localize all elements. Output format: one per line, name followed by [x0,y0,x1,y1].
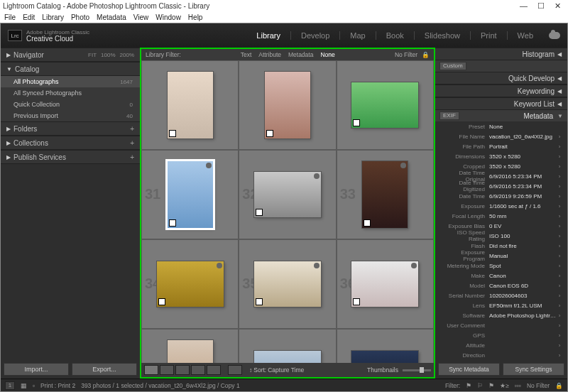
flag-unpicked-icon[interactable]: ⚐ [477,382,483,389]
meta-value[interactable]: 3520 x 5280 [489,153,556,160]
meta-value[interactable]: ISO 100 [489,233,556,239]
arrow-icon[interactable]: › [556,303,563,309]
arrow-icon[interactable]: › [556,332,563,339]
meta-value[interactable]: EF50mm f/1.2L USM [489,303,556,309]
quick-develop-header[interactable]: Quick Develop◀ [435,72,567,85]
catalog-previous-import[interactable]: Previous Import 40 [1,110,140,121]
zoom-100[interactable]: 100% [101,52,115,58]
arrow-icon[interactable]: › [556,352,563,359]
arrow-icon[interactable]: › [556,273,563,279]
meta-value[interactable]: 50 mm [489,213,556,219]
filter-attribute[interactable]: Attribute [258,51,281,58]
flag-rejected-icon[interactable]: ⚑ [488,382,494,389]
lock-icon[interactable]: 🔒 [555,382,563,389]
plus-icon[interactable]: + [130,125,134,133]
arrow-icon[interactable]: › [556,322,563,329]
arrow-icon[interactable]: › [556,143,563,150]
export-button[interactable]: Export... [72,363,137,376]
arrow-icon[interactable]: › [556,183,563,190]
minimize-icon[interactable]: — [520,1,528,11]
meta-value[interactable]: 3520 x 5280 [489,163,556,170]
arrow-icon[interactable]: › [556,263,563,269]
meta-value[interactable]: Adobe Photoshop Lightroom S... [489,312,556,319]
flag-picked-icon[interactable]: ⚑ [466,382,471,389]
sync-settings-button[interactable]: Sync Settings [503,363,564,376]
menu-file[interactable]: File [4,13,16,21]
survey-view-button[interactable] [191,365,205,375]
status-print[interactable]: Print : Print 2 [40,382,75,389]
meta-value[interactable]: 6/9/2016 5:23:34 PM [489,183,556,190]
maximize-icon[interactable]: ☐ [537,1,545,11]
keyword-list-header[interactable]: Keyword List◀ [435,97,567,110]
grid-cell[interactable]: 35 [239,239,336,329]
meta-value[interactable]: 102026004603 [489,293,556,299]
filmstrip-page[interactable]: 1 [5,381,15,390]
arrow-icon[interactable]: › [556,293,563,299]
arrow-icon[interactable]: › [556,223,563,229]
arrow-icon[interactable]: › [556,173,563,180]
arrow-icon[interactable]: › [556,193,563,200]
histogram-header[interactable]: Histogram◀ [435,48,567,60]
grid-cell[interactable] [141,60,239,150]
menu-view[interactable]: View [133,13,149,21]
star-rating-icon[interactable]: ★≥ [500,382,509,389]
keywording-header[interactable]: Keywording◀ [435,85,567,97]
module-map[interactable]: Map [350,31,365,40]
arrow-icon[interactable]: › [556,134,563,140]
grid-cell[interactable]: 32 [239,150,336,239]
grid-view-button[interactable] [144,365,158,375]
module-print[interactable]: Print [481,31,497,40]
grid-view[interactable]: 31 32 33 34 35 36 37 38 39 [141,60,434,363]
menu-window[interactable]: Window [155,13,181,21]
grid-cell[interactable]: 38 [239,329,336,363]
plus-icon[interactable]: + [130,153,134,161]
module-slideshow[interactable]: Slideshow [425,31,460,40]
catalog-synced[interactable]: All Synced Photographs [1,87,140,99]
compare-view-button[interactable] [175,365,190,375]
sort-value[interactable]: Capture Time [268,366,304,374]
filter-metadata[interactable]: Metadata [288,51,313,58]
grid-cell[interactable]: 39 [337,329,434,363]
sb-secondary-icon[interactable]: ▫ [33,382,35,389]
meta-value[interactable]: Canon EOS 6D [489,283,556,289]
meta-preset-select[interactable]: None [489,124,563,130]
arrow-icon[interactable]: › [556,283,563,289]
meta-value[interactable]: Did not fire [489,243,556,249]
meta-value[interactable]: 6/9/2016 5:23:34 PM [489,173,556,180]
filter-text[interactable]: Text [241,51,252,58]
menu-help[interactable]: Help [188,13,203,21]
module-web[interactable]: Web [518,31,533,40]
zoom-fit[interactable]: FIT [88,52,97,58]
grid-cell[interactable]: 37 [141,329,239,363]
navigator-header[interactable]: ▶ Navigator FIT 100% 200% [1,48,140,62]
grid-cell[interactable]: 36 [337,239,434,329]
filter-preset[interactable]: No Filter [395,51,417,58]
color-label-icon[interactable]: ▫▫▫ [515,382,521,389]
meta-value[interactable]: Spot [489,263,556,269]
sb-grid-icon[interactable]: ▦ [21,382,27,389]
catalog-quick-collection[interactable]: Quick Collection 0 [1,99,140,110]
menu-photo[interactable]: Photo [71,13,89,21]
painter-tool-icon[interactable] [228,365,242,375]
arrow-icon[interactable]: › [556,153,563,160]
meta-value[interactable]: 1/1600 sec at ƒ / 1.6 [489,203,556,209]
meta-value[interactable]: Manual [489,253,556,259]
loupe-view-button[interactable] [160,365,174,375]
cloud-sync-icon[interactable] [549,32,560,39]
grid-cell[interactable]: 34 [141,239,239,329]
arrow-icon[interactable]: › [556,342,563,349]
import-button[interactable]: Import... [4,363,69,376]
meta-value[interactable]: vacation_t20_6w4Xl2.jpg [489,134,556,140]
arrow-icon[interactable]: › [556,253,563,259]
arrow-icon[interactable]: › [556,243,563,249]
zoom-200[interactable]: 200% [120,52,134,58]
arrow-icon[interactable]: › [556,163,563,170]
module-book[interactable]: Book [386,31,404,40]
lock-icon[interactable]: 🔒 [422,51,430,58]
menu-metadata[interactable]: Metadata [97,13,126,21]
metadata-mode-select[interactable]: EXIF [439,111,459,120]
plus-icon[interactable]: + [130,139,134,147]
catalog-all-photos[interactable]: All Photographs 1647 [1,76,140,87]
arrow-icon[interactable]: › [556,233,563,239]
grid-cell[interactable]: 33 [337,150,434,239]
